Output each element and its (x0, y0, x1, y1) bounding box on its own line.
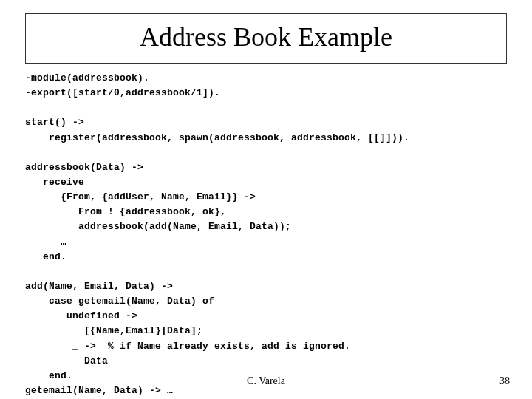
slide-title: Address Book Example (41, 21, 491, 52)
title-box: Address Book Example (25, 13, 507, 64)
code-line: register(addressbook, spawn(addressbook,… (25, 132, 409, 143)
code-line: Data (25, 355, 108, 366)
code-line: case getemail(Name, Data) of (25, 296, 214, 307)
code-line: start() -> (25, 117, 84, 128)
footer-author: C. Varela (0, 375, 532, 387)
code-line: undefined -> (25, 310, 137, 321)
code-line: -module(addressbook). (25, 72, 149, 83)
code-line: -export([start/0,addressbook/1]). (25, 87, 220, 98)
code-line: end. (25, 251, 66, 262)
code-line: {From, {addUser, Name, Email}} -> (25, 191, 256, 202)
code-line: … (25, 236, 66, 248)
code-line: receive (25, 177, 84, 188)
code-line: [{Name,Email}|Data]; (25, 325, 202, 336)
code-block: -module(addressbook). -export([start/0,a… (25, 71, 507, 398)
code-line: From ! {addressbook, ok}, (25, 206, 226, 217)
footer-page-number: 38 (499, 375, 510, 387)
slide: Address Book Example -module(addressbook… (0, 0, 532, 399)
code-line: add(Name, Email, Data) -> (25, 281, 173, 292)
code-line: addressbook(add(Name, Email, Data)); (25, 221, 291, 232)
code-line: addressbook(Data) -> (25, 162, 143, 173)
code-line: _ -> % if Name already exists, add is ig… (25, 341, 350, 352)
